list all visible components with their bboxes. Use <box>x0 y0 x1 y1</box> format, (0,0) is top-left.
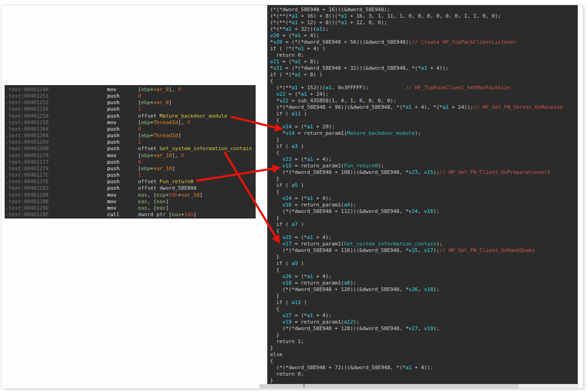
pseudocode-line: (*(**(*a1 + 16) + 8))(*a1 + 16, 3, 1, 11… <box>270 13 578 20</box>
pseudocode-line: return 0; <box>270 371 578 378</box>
asm-line: .text:00401269 push 1 <box>6 139 256 146</box>
asm-line: .text:00401256 push 1 <box>6 106 256 113</box>
ida-disassembly-panel[interactable]: .text:0040124A mov [ebp+var_8], 0.text:0… <box>5 85 256 219</box>
pseudocode-line: v27 = (*a1 + 4); <box>270 312 578 319</box>
pseudocode-line: if ( a9 ) <box>270 260 578 267</box>
scrollbar-caret <box>304 384 304 387</box>
pseudocode-line: (*(*dword_58E948 + 72))(&dword_58E948, *… <box>270 364 578 371</box>
pseudocode-line: return 1; <box>270 338 578 345</box>
pseudocode-line: } <box>270 378 578 384</box>
pseudocode-line: if ( a13 ) <box>270 299 578 306</box>
ida-pseudocode-panel[interactable]: (*(*dword_58E948 + 16))(&dword_58E948);(… <box>267 5 578 384</box>
pseudocode-line: { <box>270 358 578 364</box>
pseudocode-line: v20 = (*a1 + 4); <box>270 33 578 39</box>
asm-line: .text:0040127E push offset Fun_return0 <box>6 179 256 185</box>
pseudocode-line: return 0; <box>270 52 578 59</box>
pseudocode-line: v18 = return_param1(a8); <box>270 280 578 286</box>
horizontal-scrollbar[interactable] <box>259 384 579 388</box>
asm-line: .text:0040128B mov eax, [eax] <box>6 199 256 205</box>
pseudocode-line: v24 = (*a1 + 4); <box>270 195 578 202</box>
pseudocode-line: v15 = return_param1(Fun_return0); <box>270 163 578 169</box>
pseudocode-line: if ( a7 ) <box>270 221 578 228</box>
pseudocode-line: } <box>270 293 578 299</box>
asm-line: .text:00401253 push [ebp+var_8] <box>6 99 256 106</box>
asm-line: .text:0040126B push offset Get_system_in… <box>6 146 256 152</box>
pseudocode-line: v26 = (*a1 + 4); <box>270 273 578 280</box>
asm-line: .text:00401283 push offset dword_58E8A8 <box>6 185 256 192</box>
pseudocode-line: (*(**a1 + 152))(a1, 0x3FFFFF); // HP_Tcp… <box>270 85 578 91</box>
pseudocode-line: if ( a3 ) <box>270 143 578 150</box>
asm-line: .text:00401258 push offset Mature_backdo… <box>6 113 256 119</box>
pseudocode-line: (*(*dword_58E948 + 112))(&dword_58E948, … <box>270 208 578 215</box>
pseudocode-line: (*(*dword_58E948 + 96))(&dword_58E948, *… <box>270 104 578 111</box>
pseudocode-line: (*(*dword_58E948 + 128))(&dword_58E948, … <box>270 325 578 332</box>
pseudocode-line: { <box>270 150 578 156</box>
pseudocode-line: (*(*dword_58E948 + 116))(&dword_58E948, … <box>270 247 578 254</box>
pseudocode-line: { <box>270 189 578 195</box>
asm-line: .text:0040127C push 1 <box>6 172 256 179</box>
pseudocode-line: (*(*dword_58E948 + 108))(&dword_58E948, … <box>270 169 578 176</box>
horizontal-scrollbar-thumb[interactable] <box>259 384 519 388</box>
asm-line: .text:0040128D mov eax, [eax] <box>6 205 256 212</box>
pseudocode-line: *v14 = return_param1(Mature_backdoor_mod… <box>270 130 578 137</box>
pseudocode-line: if ( a5 ) <box>270 182 578 189</box>
pseudocode-line: { <box>270 117 578 124</box>
pseudocode-line: (*(**(*a1 + 12) + 8))(*a1 + 12, 0, 0); <box>270 20 578 26</box>
pseudocode-line: *v20 = (*(*dword_58E948 + 56))(&dword_58… <box>270 39 578 46</box>
asm-line: .text:0040128F call dword ptr [eax+14h] <box>6 212 256 218</box>
pseudocode-line: *v22 = sub_435B58(1, 4, 1, 0, 0, 0, 0); <box>270 98 578 104</box>
pseudocode-line: { <box>270 267 578 273</box>
pseudocode-line: { <box>270 306 578 312</box>
pseudocode-line: (*(*dword_58E948 + 16))(&dword_58E948); <box>270 7 578 13</box>
pseudocode-line: v17 = return_param1(Get_system_informati… <box>270 241 578 247</box>
pseudocode-line: } <box>270 215 578 221</box>
pseudocode-line: } <box>270 332 578 338</box>
asm-line: .text:0040124A mov [ebp+var_8], 0 <box>6 86 256 93</box>
pseudocode-line: if ( !*(*a1 + 4) ) <box>270 46 578 52</box>
asm-line: .text:0040125D mov [ebp+ThreadId], 0 <box>6 119 256 126</box>
pseudocode-line: (*(**a1 + 32))(a1); <box>270 26 578 33</box>
pseudocode-line: v16 = return_param1(a4); <box>270 202 578 208</box>
pseudocode-line: v21 = (*a1 + 8); <box>270 59 578 65</box>
asm-line: .text:00401288 mov eax, [esp+58h+var_58] <box>6 192 256 199</box>
pseudocode-line: } <box>270 176 578 182</box>
pseudocode-line: { <box>270 78 578 85</box>
pseudocode-line: } <box>270 137 578 143</box>
pseudocode-line: else <box>270 351 578 358</box>
pseudocode-line: *v21 = (*(*dword_58E948 + 32))(&dword_58… <box>270 65 578 72</box>
pseudocode-line: if ( a11 ) <box>270 111 578 117</box>
pseudocode-line: } <box>270 345 578 351</box>
asm-line: .text:00401266 push [ebp+ThreadId] <box>6 133 256 139</box>
pseudocode-line: { <box>270 228 578 234</box>
pseudocode-line: v25 = (*a1 + 4); <box>270 234 578 241</box>
pseudocode-line: if ( *(*a1 + 8) ) <box>270 72 578 78</box>
pseudocode-line: (*(*dword_58E948 + 120))(&dword_58E948, … <box>270 286 578 293</box>
asm-line: .text:00401251 push 0 <box>6 93 256 99</box>
asm-line: .text:00401264 push 0 <box>6 126 256 133</box>
asm-line: .text:00401277 push 0 <box>6 159 256 166</box>
asm-line: .text:00401270 mov [ebp+var_10], 0 <box>6 152 256 159</box>
asm-line: .text:00401279 push [ebp+var_10] <box>6 166 256 172</box>
pseudocode-line: v19 = return_param1(a12); <box>270 319 578 325</box>
pseudocode-line: v23 = (*a1 + 4); <box>270 156 578 163</box>
pseudocode-line: v22 = (*a1 + 24); <box>270 91 578 98</box>
pseudocode-line: v14 = (*a1 + 20); <box>270 124 578 130</box>
pseudocode-line: } <box>270 254 578 260</box>
